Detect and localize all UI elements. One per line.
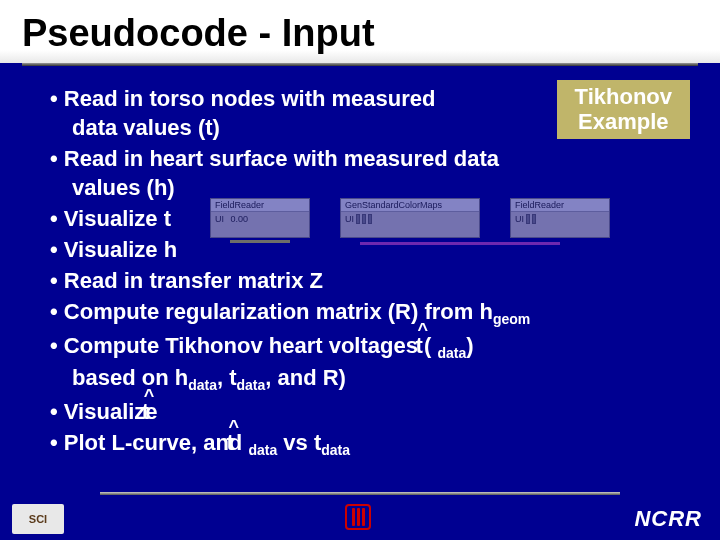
sub: data — [248, 442, 277, 458]
bullet-8: Visualize t — [50, 397, 690, 426]
utah-icon — [345, 504, 371, 530]
sub: geom — [493, 312, 530, 328]
ui-tag: UI — [515, 214, 524, 224]
t: Compute Tikhonov heart voltages ( — [64, 333, 438, 358]
bullet-2: Read in heart surface with measured data… — [50, 144, 690, 202]
sub: data — [236, 377, 265, 393]
ui-tag: UI — [345, 214, 354, 224]
content-area: Tikhonov Example FieldReader UI 0.00 Gen… — [0, 66, 720, 460]
panel-label: FieldReader — [511, 199, 609, 212]
badge-line2: Example — [575, 109, 672, 134]
panel-label: GenStandardColorMaps — [341, 199, 479, 212]
num-tag: 0.00 — [231, 214, 249, 224]
panel-colormap: GenStandardColorMaps UI — [340, 198, 480, 238]
t: Plot L-curve, and — [64, 430, 249, 455]
panel-label: FieldReader — [211, 199, 309, 212]
wire — [230, 240, 290, 243]
example-badge: Tikhonov Example — [557, 80, 690, 139]
bullet-9: Plot L-curve, and tdata vs tdata — [50, 428, 690, 460]
badge-line1: Tikhonov — [575, 84, 672, 109]
t: data values (t) — [72, 115, 220, 140]
sub: data — [188, 377, 217, 393]
t: , t — [217, 365, 237, 390]
bullet-list: Read in torso nodes with measureddata va… — [50, 84, 690, 460]
t: vs t — [277, 430, 321, 455]
module-diagram: FieldReader UI 0.00 GenStandardColorMaps… — [210, 198, 610, 254]
sci-logo: SCI — [12, 504, 64, 534]
t: Read in heart surface with measured data — [64, 146, 499, 171]
bullet-6: Compute regularization matrix (R) from h… — [50, 297, 690, 329]
ncrr-label: NCRR — [634, 506, 702, 532]
bullet-5: Read in transfer matrix Z — [50, 266, 690, 295]
footer: SCI NCRR — [0, 492, 720, 540]
footer-rule — [100, 492, 620, 495]
t: based on h — [72, 365, 188, 390]
slide-title: Pseudocode - Input — [0, 0, 720, 63]
t: ) — [466, 333, 473, 358]
panel-fieldreader-1: FieldReader UI 0.00 — [210, 198, 310, 238]
panel-fieldreader-2: FieldReader UI — [510, 198, 610, 238]
t: values (h) — [72, 175, 175, 200]
sub: data — [321, 442, 350, 458]
t: Read in torso nodes with measured — [64, 86, 436, 111]
t: , and R) — [265, 365, 346, 390]
t: Compute regularization matrix (R) from h — [64, 299, 493, 324]
wire — [360, 242, 560, 245]
ui-tag: UI — [215, 214, 224, 224]
sub: data — [437, 345, 466, 361]
